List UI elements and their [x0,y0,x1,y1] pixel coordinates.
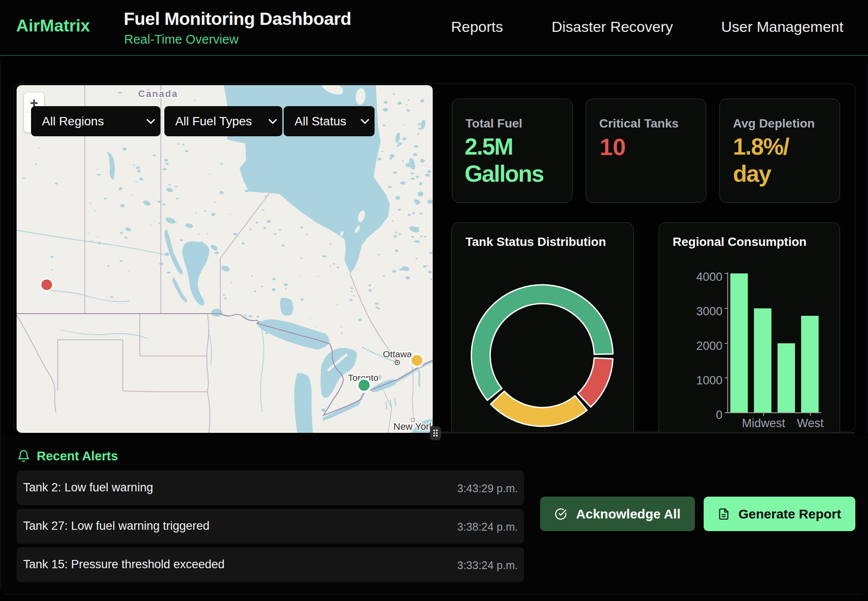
svg-text:Midwest: Midwest [742,417,785,430]
svg-text:3000: 3000 [696,305,722,318]
svg-text:Ottawa: Ottawa [383,349,412,359]
svg-text:Canada: Canada [138,88,178,99]
svg-text:West: West [797,417,824,430]
svg-text:0: 0 [716,408,722,421]
svg-text:2000: 2000 [696,339,722,352]
svg-text:4000: 4000 [696,270,722,283]
svg-text:1000: 1000 [696,374,722,387]
svg-text:New York: New York [393,421,433,432]
